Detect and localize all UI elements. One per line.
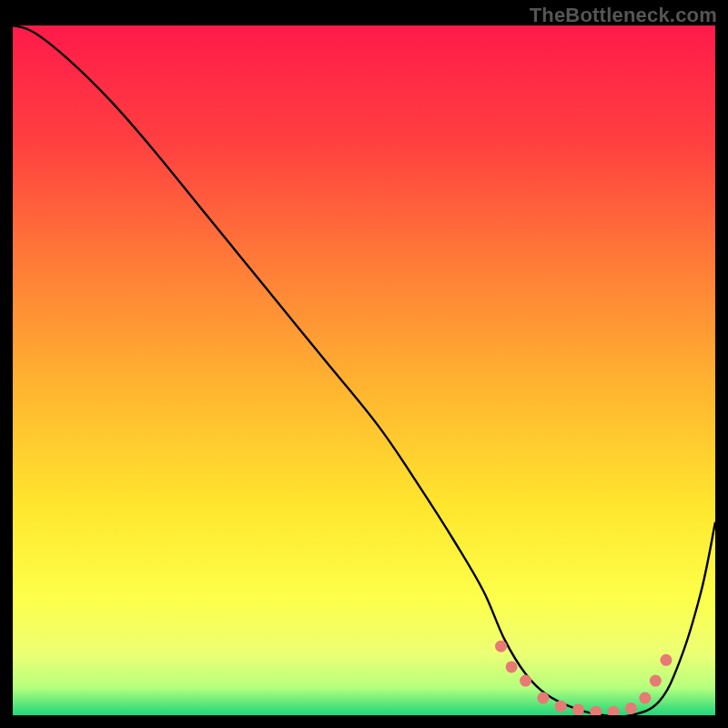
marker-dot: [495, 641, 507, 652]
gradient-background: [13, 25, 715, 715]
marker-dot: [506, 661, 518, 672]
marker-dot: [520, 675, 531, 687]
marker-dot: [537, 693, 549, 704]
watermark-text: TheBottleneck.com: [530, 4, 717, 27]
marker-dot: [572, 703, 584, 715]
marker-dot: [555, 701, 567, 713]
marker-dot: [639, 693, 651, 704]
marker-dot: [660, 654, 672, 666]
chart-plot-area: [13, 25, 715, 715]
frame: TheBottleneck.com: [0, 0, 728, 728]
marker-dot: [625, 703, 637, 714]
chart-svg: [13, 25, 715, 715]
marker-dot: [650, 675, 662, 687]
